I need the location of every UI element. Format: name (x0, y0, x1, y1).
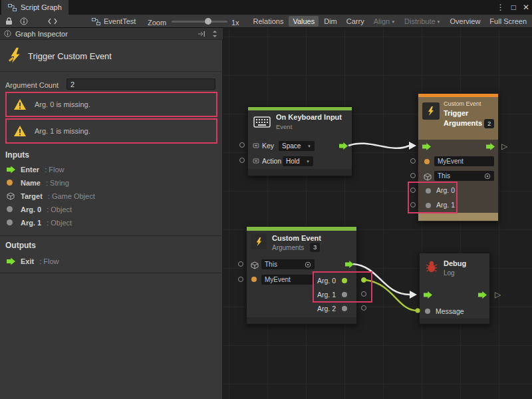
lock-icon[interactable] (5, 17, 13, 25)
close-icon[interactable]: ✕ (523, 3, 529, 12)
outputs-header: Outputs (5, 241, 36, 250)
arguments-arg2-out-port[interactable] (361, 305, 366, 311)
arg0-port-dot[interactable] (426, 188, 431, 194)
flow-continue-arrow[interactable]: ▷ (495, 291, 501, 299)
gameobject-cube-icon[interactable] (424, 173, 432, 181)
object-picker-icon[interactable] (305, 261, 311, 268)
arg2-port-dot[interactable] (342, 306, 347, 311)
message-port-dot[interactable] (425, 309, 430, 314)
flow-continue-arrow[interactable]: ▷ (501, 142, 507, 150)
chevron-down-icon: ▼ (437, 20, 441, 24)
arg1-port-dot[interactable] (426, 203, 431, 208)
object-port-icon (7, 206, 13, 212)
trigger-name-port[interactable] (410, 158, 416, 164)
flow-port-icon (7, 258, 15, 265)
node-title: Debug (444, 259, 466, 267)
dock-icon[interactable] (198, 31, 205, 37)
node-footer (248, 169, 352, 176)
node-custom-event-arguments[interactable]: Custom Event Arguments 3 This MyEvent Ar… (246, 226, 357, 325)
argument-count-input[interactable]: 2 (66, 78, 215, 90)
arg2-label: Arg. 2 (317, 305, 336, 313)
name-port-dot[interactable] (424, 159, 430, 164)
action-label: Action (262, 157, 281, 165)
argument-count-badge: 3 (310, 243, 320, 252)
arguments-arg1-out-port[interactable] (361, 291, 366, 297)
input-row-target: Target: Game Object (7, 192, 95, 201)
node-title-line1: Trigger (444, 109, 468, 117)
overview-button[interactable]: Overview (446, 16, 485, 27)
flow-output-port[interactable] (486, 143, 495, 150)
arguments-target-port[interactable] (238, 261, 243, 267)
action-input-port[interactable] (239, 158, 245, 163)
trigger-arg0-port[interactable] (410, 188, 416, 193)
node-accent-strip (247, 227, 356, 231)
message-label: Message (436, 307, 464, 315)
toolbar-buttons: Relations Values Dim Carry Align▼ Distri… (249, 15, 531, 27)
kebab-menu-icon[interactable]: ⋮ (497, 3, 505, 12)
arg1-port-dot[interactable] (342, 292, 347, 297)
warning-icon (13, 98, 27, 110)
key-dropdown[interactable]: Space▼ (279, 141, 315, 151)
arg0-label: Arg. 0 (436, 186, 455, 194)
carry-button[interactable]: Carry (342, 16, 368, 27)
values-button[interactable]: Values (289, 16, 319, 27)
object-picker-icon[interactable] (484, 173, 491, 180)
action-row-icon (253, 158, 259, 164)
inputs-header: Inputs (5, 150, 29, 160)
arg0-label: Arg. 0 (317, 277, 336, 285)
code-icon[interactable] (48, 18, 57, 25)
node-subtitle: Arguments (272, 244, 304, 251)
action-dropdown[interactable]: Hold▼ (283, 156, 313, 166)
event-name-field[interactable]: MyEvent (434, 156, 494, 166)
zoom-slider[interactable] (172, 21, 227, 23)
inspector-title-block: Trigger Custom Event (0, 40, 223, 72)
warning-icon (13, 125, 27, 137)
fullscreen-button[interactable]: Full Screen (485, 16, 531, 27)
zoom-slider-handle[interactable] (205, 18, 211, 25)
argument-count-badge: 2 (484, 119, 494, 128)
divider (0, 273, 223, 273)
dim-button[interactable]: Dim (320, 16, 341, 27)
flow-port-icon (7, 166, 15, 174)
node-footer (420, 319, 489, 324)
node-footer (418, 213, 498, 221)
zoom-label: Zoom (148, 19, 166, 27)
node-debug-log[interactable]: Debug Log Message (419, 253, 490, 325)
node-subtitle: Log (444, 269, 455, 277)
flow-input-port[interactable] (422, 143, 431, 150)
arg0-port-dot[interactable] (342, 278, 347, 283)
arguments-name-port[interactable] (238, 277, 243, 282)
argument-count-label: Argument Count (5, 81, 59, 89)
node-title: Custom Event (272, 234, 321, 242)
graph-asset-name: EventTest (104, 17, 136, 25)
chevron-down-icon: ▼ (307, 144, 311, 148)
lightning-icon (422, 102, 440, 120)
target-field[interactable]: This (434, 171, 494, 181)
relations-button[interactable]: Relations (249, 16, 288, 27)
distribute-button[interactable]: Distribute▼ (400, 16, 444, 27)
maximize-icon[interactable]: □ (511, 3, 516, 12)
chevron-down-icon: ▼ (306, 160, 310, 164)
node-accent-strip (248, 107, 352, 110)
tab-script-graph[interactable]: Script Graph (1, 0, 68, 15)
name-port-dot[interactable] (251, 277, 257, 282)
trigger-target-port[interactable] (410, 173, 416, 178)
gameobject-cube-icon[interactable] (251, 261, 259, 269)
input-row-enter: Enter: Flow (7, 165, 64, 174)
warning-arg0: Arg. 0 is missing. (5, 92, 217, 117)
target-field[interactable]: This (261, 259, 315, 269)
node-trigger-custom-event[interactable]: Custom Event Trigger Arguments 2 MyEvent… (418, 93, 499, 221)
graph-asset[interactable]: EventTest (92, 17, 136, 25)
input-row-name: Name: String (7, 178, 69, 188)
node-title-line2: Arguments (444, 119, 482, 127)
event-name-field[interactable]: MyEvent (261, 275, 315, 285)
info-icon[interactable] (20, 17, 28, 25)
key-input-port[interactable] (239, 142, 245, 148)
panel-spinner-icon[interactable] (212, 31, 217, 37)
chevron-down-icon: ▼ (391, 20, 395, 24)
node-on-keyboard-input[interactable]: On Keyboard Input Event Key Space▼ Actio… (247, 106, 352, 176)
arguments-arg0-out-port[interactable] (361, 277, 366, 283)
tab-label: Script Graph (21, 3, 62, 11)
trigger-arg1-port[interactable] (410, 202, 416, 207)
align-button[interactable]: Align▼ (370, 16, 399, 27)
